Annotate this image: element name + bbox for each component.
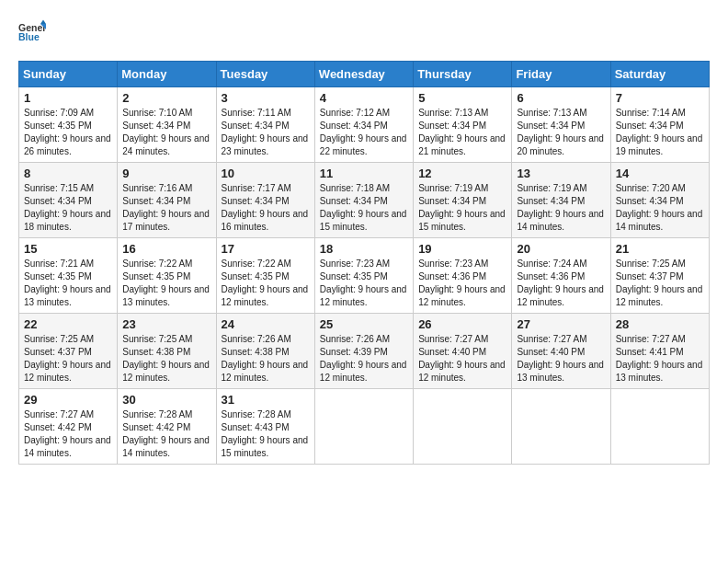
day-info: Sunrise: 7:19 AM Sunset: 4:34 PM Dayligh… [517,182,605,234]
sunset-label: Sunset: 4:35 PM [24,271,92,282]
calendar-cell: 19 Sunrise: 7:23 AM Sunset: 4:36 PM Dayl… [414,238,512,314]
sunrise-label: Sunrise: 7:25 AM [122,334,192,344]
daylight-label: Daylight: 9 hours and 18 minutes. [24,209,111,232]
sunrise-label: Sunrise: 7:27 AM [517,334,586,344]
day-info: Sunrise: 7:20 AM Sunset: 4:34 PM Dayligh… [616,182,704,234]
daylight-label: Daylight: 9 hours and 15 minutes. [418,209,506,232]
day-info: Sunrise: 7:17 AM Sunset: 4:34 PM Dayligh… [222,182,310,234]
calendar-week-row: 29 Sunrise: 7:27 AM Sunset: 4:42 PM Dayl… [19,389,710,465]
sunset-label: Sunset: 4:35 PM [222,271,290,282]
day-number: 7 [616,91,704,105]
daylight-label: Daylight: 9 hours and 14 minutes. [122,435,210,458]
sunset-label: Sunset: 4:35 PM [24,121,92,131]
header: General Blue [18,18,710,46]
sunset-label: Sunset: 4:35 PM [320,271,388,282]
day-info: Sunrise: 7:22 AM Sunset: 4:35 PM Dayligh… [122,258,210,309]
day-info: Sunrise: 7:26 AM Sunset: 4:38 PM Dayligh… [222,333,310,385]
day-header-thursday: Thursday [414,62,512,87]
calendar-cell: 5 Sunrise: 7:13 AM Sunset: 4:34 PM Dayli… [414,87,512,163]
day-number: 24 [222,317,310,331]
day-info: Sunrise: 7:25 AM Sunset: 4:37 PM Dayligh… [616,258,704,309]
day-number: 2 [122,91,210,105]
daylight-label: Daylight: 9 hours and 21 minutes. [418,133,506,156]
day-number: 21 [616,242,704,256]
day-number: 23 [122,317,210,331]
sunset-label: Sunset: 4:34 PM [24,196,92,206]
sunset-label: Sunset: 4:34 PM [418,121,486,131]
sunrise-label: Sunrise: 7:13 AM [418,108,488,118]
calendar-week-row: 1 Sunrise: 7:09 AM Sunset: 4:35 PM Dayli… [19,87,710,163]
sunset-label: Sunset: 4:37 PM [616,271,684,282]
day-info: Sunrise: 7:10 AM Sunset: 4:34 PM Dayligh… [122,107,210,158]
sunrise-label: Sunrise: 7:10 AM [122,108,192,118]
sunrise-label: Sunrise: 7:26 AM [222,334,291,344]
day-info: Sunrise: 7:13 AM Sunset: 4:34 PM Dayligh… [418,107,506,158]
daylight-label: Daylight: 9 hours and 12 minutes. [320,360,407,383]
sunrise-label: Sunrise: 7:11 AM [222,108,291,118]
sunrise-label: Sunrise: 7:09 AM [24,108,94,118]
calendar-cell: 28 Sunrise: 7:27 AM Sunset: 4:41 PM Dayl… [610,314,709,389]
daylight-label: Daylight: 9 hours and 12 minutes. [418,284,506,307]
day-number: 31 [222,393,310,407]
sunset-label: Sunset: 4:34 PM [222,121,290,131]
day-info: Sunrise: 7:12 AM Sunset: 4:34 PM Dayligh… [320,107,408,158]
day-header-sunday: Sunday [19,62,118,87]
day-info: Sunrise: 7:23 AM Sunset: 4:35 PM Dayligh… [320,258,408,309]
day-number: 26 [418,317,506,331]
day-info: Sunrise: 7:25 AM Sunset: 4:37 PM Dayligh… [24,333,112,385]
day-info: Sunrise: 7:27 AM Sunset: 4:40 PM Dayligh… [517,333,605,385]
day-number: 19 [418,242,506,256]
daylight-label: Daylight: 9 hours and 13 minutes. [122,284,210,307]
sunrise-label: Sunrise: 7:17 AM [222,183,291,193]
day-number: 8 [24,167,112,180]
day-number: 28 [616,317,704,331]
calendar-cell: 31 Sunrise: 7:28 AM Sunset: 4:43 PM Dayl… [216,389,314,465]
daylight-label: Daylight: 9 hours and 12 minutes. [222,284,309,307]
calendar-cell: 14 Sunrise: 7:20 AM Sunset: 4:34 PM Dayl… [610,163,709,238]
calendar-cell: 23 Sunrise: 7:25 AM Sunset: 4:38 PM Dayl… [118,314,216,389]
day-info: Sunrise: 7:14 AM Sunset: 4:34 PM Dayligh… [616,107,704,158]
calendar-cell: 7 Sunrise: 7:14 AM Sunset: 4:34 PM Dayli… [610,87,709,163]
daylight-label: Daylight: 9 hours and 12 minutes. [517,284,604,307]
sunset-label: Sunset: 4:34 PM [320,121,388,131]
day-number: 3 [222,91,310,105]
sunset-label: Sunset: 4:41 PM [616,347,684,357]
sunset-label: Sunset: 4:38 PM [122,347,190,357]
sunset-label: Sunset: 4:37 PM [24,347,92,357]
day-info: Sunrise: 7:25 AM Sunset: 4:38 PM Dayligh… [122,333,210,385]
calendar-cell: 22 Sunrise: 7:25 AM Sunset: 4:37 PM Dayl… [19,314,118,389]
day-info: Sunrise: 7:09 AM Sunset: 4:35 PM Dayligh… [24,107,112,158]
daylight-label: Daylight: 9 hours and 12 minutes. [222,360,309,383]
logo-svg: General Blue [18,18,46,46]
daylight-label: Daylight: 9 hours and 14 minutes. [616,209,703,232]
daylight-label: Daylight: 9 hours and 20 minutes. [517,133,604,156]
day-number: 13 [517,167,605,180]
daylight-label: Daylight: 9 hours and 13 minutes. [24,284,111,307]
daylight-label: Daylight: 9 hours and 13 minutes. [517,360,604,383]
day-header-tuesday: Tuesday [216,62,314,87]
sunrise-label: Sunrise: 7:24 AM [517,259,586,269]
sunset-label: Sunset: 4:42 PM [122,422,190,432]
calendar-cell: 9 Sunrise: 7:16 AM Sunset: 4:34 PM Dayli… [118,163,216,238]
sunset-label: Sunset: 4:38 PM [222,347,290,357]
day-header-friday: Friday [512,62,610,87]
daylight-label: Daylight: 9 hours and 14 minutes. [24,435,111,458]
day-info: Sunrise: 7:27 AM Sunset: 4:40 PM Dayligh… [418,333,506,385]
svg-text:Blue: Blue [18,31,40,42]
calendar-cell [414,389,512,465]
sunrise-label: Sunrise: 7:26 AM [320,334,390,344]
day-header-saturday: Saturday [610,62,709,87]
day-number: 20 [517,242,605,256]
calendar-cell: 29 Sunrise: 7:27 AM Sunset: 4:42 PM Dayl… [19,389,118,465]
day-info: Sunrise: 7:19 AM Sunset: 4:34 PM Dayligh… [418,182,506,234]
calendar-cell [610,389,709,465]
day-info: Sunrise: 7:13 AM Sunset: 4:34 PM Dayligh… [517,107,605,158]
sunrise-label: Sunrise: 7:22 AM [122,259,192,269]
sunset-label: Sunset: 4:36 PM [517,271,585,282]
day-info: Sunrise: 7:24 AM Sunset: 4:36 PM Dayligh… [517,258,605,309]
calendar-cell: 1 Sunrise: 7:09 AM Sunset: 4:35 PM Dayli… [19,87,118,163]
day-info: Sunrise: 7:18 AM Sunset: 4:34 PM Dayligh… [320,182,408,234]
calendar-cell: 15 Sunrise: 7:21 AM Sunset: 4:35 PM Dayl… [19,238,118,314]
daylight-label: Daylight: 9 hours and 22 minutes. [320,133,407,156]
calendar-cell: 26 Sunrise: 7:27 AM Sunset: 4:40 PM Dayl… [414,314,512,389]
